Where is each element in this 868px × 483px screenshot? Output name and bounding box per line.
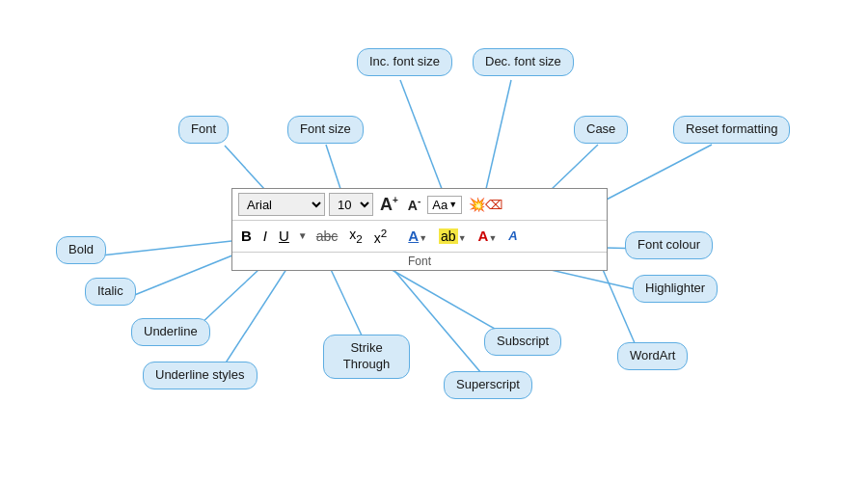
highlighter-button[interactable]: ab▼ bbox=[436, 228, 470, 245]
font-toolbar: Arial 10 A+ A- Aa ▼ 💥⌫ B I U ▼ abc x2 x2… bbox=[231, 188, 608, 271]
subscript-button[interactable]: x2 bbox=[346, 226, 365, 246]
font-colour-button[interactable]: A▼ bbox=[405, 227, 430, 245]
wordart-label: WordArt bbox=[617, 342, 688, 370]
toolbar-label: Font bbox=[232, 252, 607, 270]
dec-font-size-label: Dec. font size bbox=[473, 48, 574, 76]
reset-formatting-label: Reset formatting bbox=[673, 116, 790, 144]
bold-label: Bold bbox=[56, 236, 106, 264]
subscript-label: Subscript bbox=[484, 328, 561, 356]
underline-button[interactable]: U bbox=[276, 227, 292, 245]
underline-label: Underline bbox=[131, 318, 210, 346]
case-button[interactable]: Aa ▼ bbox=[427, 196, 462, 214]
svg-line-6 bbox=[101, 239, 249, 255]
strikethrough-button[interactable]: abc bbox=[313, 228, 341, 245]
strike-through-label: StrikeThrough bbox=[323, 335, 410, 379]
font-label: Font bbox=[178, 116, 229, 144]
italic-label: Italic bbox=[85, 278, 136, 306]
inc-font-size-label: Inc. font size bbox=[357, 48, 452, 76]
bold-button[interactable]: B bbox=[238, 227, 255, 245]
reset-formatting-button[interactable]: 💥⌫ bbox=[466, 196, 505, 213]
font-colour-label: Font colour bbox=[625, 231, 713, 259]
size-select[interactable]: 10 bbox=[329, 193, 373, 216]
inc-font-size-button[interactable]: A+ bbox=[377, 194, 401, 216]
case-label: Case bbox=[574, 116, 628, 144]
font-size-label: Font size bbox=[287, 116, 364, 144]
superscript-label: Superscript bbox=[444, 371, 532, 399]
dec-font-size-button[interactable]: A- bbox=[405, 195, 423, 214]
underline-styles-label: Underline styles bbox=[143, 362, 258, 389]
superscript-button[interactable]: x2 bbox=[371, 226, 390, 247]
wordart-button[interactable]: A bbox=[505, 228, 520, 244]
font-color-red-button[interactable]: A▼ bbox=[475, 227, 501, 245]
italic-button[interactable]: I bbox=[260, 227, 270, 245]
font-select[interactable]: Arial bbox=[238, 193, 325, 216]
highlighter-label: Highlighter bbox=[633, 275, 718, 303]
